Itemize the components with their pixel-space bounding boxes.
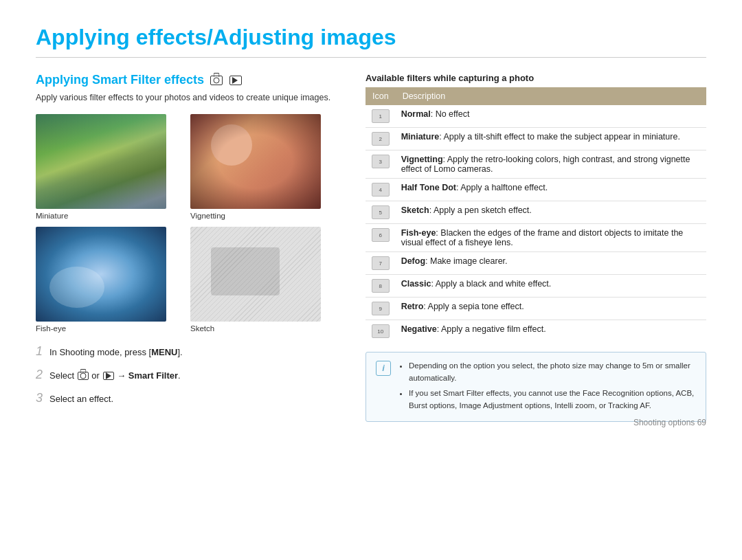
table-header-row: Icon Description <box>366 87 706 105</box>
filter-desc-cell: Half Tone Dot: Apply a halftone effect. <box>396 179 706 201</box>
table-row: 6 Fish-eye: Blacken the edges of the fra… <box>366 224 706 252</box>
col-description: Description <box>396 87 706 105</box>
filter-table-title: Available filters while capturing a phot… <box>366 73 706 83</box>
filter-icon-cell: 6 <box>366 224 396 252</box>
movie-icon <box>229 76 242 85</box>
table-row: 9 Retro: Apply a sepia tone effect. <box>366 298 706 320</box>
table-row: 2 Miniature: Apply a tilt-shift effect t… <box>366 128 706 150</box>
filter-icon: 2 <box>372 132 390 146</box>
page-title: Applying effects/Adjusting images <box>36 25 706 58</box>
table-row: 1 Normal: No effect <box>366 105 706 128</box>
filter-desc-cell: Vignetting: Apply the retro-looking colo… <box>396 150 706 179</box>
filter-desc-cell: Fish-eye: Blacken the edges of the frame… <box>396 224 706 252</box>
image-cell-miniature: Miniature <box>36 114 183 220</box>
section-title: Applying Smart Filter effects <box>36 73 338 87</box>
step-3: 3 Select an effect. <box>36 389 338 407</box>
left-column: Applying Smart Filter effects Apply vari… <box>36 73 338 422</box>
image-cell-fisheye: Fish-eye <box>36 227 183 333</box>
filter-desc-cell: Defog: Make image clearer. <box>396 252 706 275</box>
photo-miniature <box>36 114 166 209</box>
table-row: 10 Negative: Apply a negative film effec… <box>366 320 706 343</box>
filter-icon: 10 <box>372 324 390 338</box>
photo-label-sketch: Sketch <box>190 324 214 333</box>
photo-label-vignetting: Vignetting <box>190 212 225 220</box>
filter-desc-cell: Negative: Apply a negative film effect. <box>396 320 706 343</box>
sample-images-grid: Miniature Vignetting Fish-eye Sketch <box>36 114 338 333</box>
filter-icon: 1 <box>372 109 390 123</box>
image-cell-vignetting: Vignetting <box>190 114 338 220</box>
col-icon: Icon <box>366 87 396 105</box>
table-row: 5 Sketch: Apply a pen sketch effect. <box>366 201 706 224</box>
filter-icon-cell: 4 <box>366 179 396 201</box>
note-bullet: If you set Smart Filter effects, you can… <box>409 387 696 412</box>
table-row: 7 Defog: Make image clearer. <box>366 252 706 275</box>
footer-page-number: Shooting options 69 <box>633 418 706 427</box>
filter-icon-cell: 9 <box>366 298 396 320</box>
filter-icon-cell: 2 <box>366 128 396 150</box>
camera-icon <box>210 76 223 85</box>
filter-icon: 7 <box>372 256 390 270</box>
filter-icon: 5 <box>372 205 390 219</box>
table-row: 3 Vignetting: Apply the retro-looking co… <box>366 150 706 179</box>
table-row: 4 Half Tone Dot: Apply a halftone effect… <box>366 179 706 201</box>
filter-icon: 9 <box>372 302 390 315</box>
image-cell-sketch: Sketch <box>190 227 338 333</box>
filter-icon-cell: 5 <box>366 201 396 224</box>
filter-icon: 3 <box>372 155 390 168</box>
step-1: 1 In Shooting mode, press [MENU]. <box>36 342 338 361</box>
filter-icon: 8 <box>372 279 390 293</box>
filter-table: Icon Description 1 Normal: No effect 2 M… <box>366 87 706 342</box>
filter-desc-cell: Retro: Apply a sepia tone effect. <box>396 298 706 320</box>
filter-icon: 4 <box>372 183 390 197</box>
filter-desc-cell: Sketch: Apply a pen sketch effect. <box>396 201 706 224</box>
photo-fisheye <box>36 227 166 322</box>
photo-sketch <box>190 227 321 322</box>
filter-icon-cell: 1 <box>366 105 396 128</box>
right-column: Available filters while capturing a phot… <box>366 73 706 422</box>
note-bullet: Depending on the option you select, the … <box>409 359 696 385</box>
note-text: Depending on the option you select, the … <box>398 359 696 414</box>
step-2: 2 Select or → Smart Filter. <box>36 366 338 384</box>
filter-icon-cell: 7 <box>366 252 396 275</box>
filter-desc-cell: Normal: No effect <box>396 105 706 128</box>
filter-desc-cell: Classic: Apply a black and white effect. <box>396 275 706 298</box>
photo-label-miniature: Miniature <box>36 212 68 220</box>
table-row: 8 Classic: Apply a black and white effec… <box>366 275 706 298</box>
note-box: i Depending on the option you select, th… <box>366 352 706 422</box>
filter-icon-cell: 10 <box>366 320 396 343</box>
steps-list: 1 In Shooting mode, press [MENU]. 2 Sele… <box>36 342 338 407</box>
filter-icon-cell: 8 <box>366 275 396 298</box>
filter-desc-cell: Miniature: Apply a tilt-shift effect to … <box>396 128 706 150</box>
photo-label-fisheye: Fish-eye <box>36 324 66 333</box>
section-description: Apply various filter effects to your pho… <box>36 91 338 104</box>
note-icon: i <box>376 361 391 376</box>
filter-icon-cell: 3 <box>366 150 396 179</box>
photo-vignetting <box>190 114 321 209</box>
filter-icon: 6 <box>372 228 390 242</box>
